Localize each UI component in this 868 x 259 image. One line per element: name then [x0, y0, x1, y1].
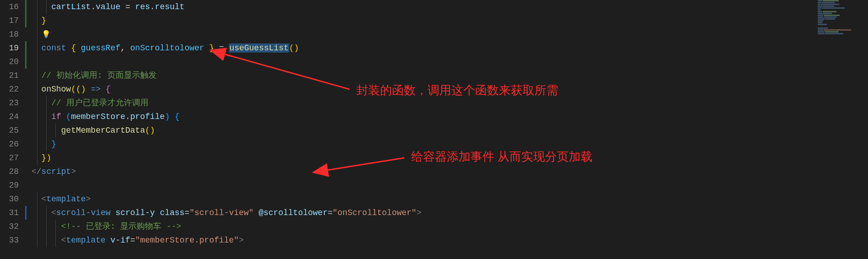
- code-line: const { guessRef, onScrolltolower } = us…: [32, 41, 868, 55]
- line-number: 20: [0, 55, 19, 69]
- line-number: 29: [0, 178, 19, 192]
- line-number: 18: [0, 27, 19, 41]
- line-number: 33: [0, 233, 19, 247]
- line-number: 27: [0, 151, 19, 165]
- code-line: 💡: [32, 27, 868, 41]
- code-line: }: [32, 14, 868, 27]
- code-line: </script>: [32, 165, 868, 178]
- line-number: 16: [0, 0, 19, 14]
- modified-indicator-bar: [25, 0, 29, 259]
- line-number: 28: [0, 165, 19, 178]
- code-line: [32, 55, 868, 69]
- line-number: 30: [0, 192, 19, 206]
- code-editor[interactable]: 16 17 18 19 20 21 22 23 24 25 26 27 28 2…: [0, 0, 868, 259]
- line-number: 26: [0, 137, 19, 151]
- line-number: 23: [0, 96, 19, 110]
- line-number-gutter: 16 17 18 19 20 21 22 23 24 25 26 27 28 2…: [0, 0, 25, 259]
- code-line: }): [32, 151, 868, 165]
- code-line: <template v-if="memberStore.profile">: [32, 233, 868, 247]
- code-line: // 初始化调用: 页面显示触发: [32, 69, 868, 82]
- selected-text: useGuessList: [229, 43, 289, 53]
- line-number: 32: [0, 220, 19, 233]
- code-line: [32, 178, 868, 192]
- line-number: 31: [0, 206, 19, 220]
- code-line: if (memberStore.profile) {: [32, 110, 868, 124]
- line-number: 21: [0, 69, 19, 82]
- line-number-active: 19: [0, 41, 19, 55]
- line-number: 24: [0, 110, 19, 124]
- code-line: }: [32, 137, 868, 151]
- minimap[interactable]: [818, 0, 861, 259]
- code-line: // 用户已登录才允许调用: [32, 96, 868, 110]
- line-number: 17: [0, 14, 19, 27]
- code-line: cartList.value = res.result: [32, 0, 868, 14]
- code-line: onShow(() => {: [32, 82, 868, 96]
- lightbulb-icon[interactable]: 💡: [42, 28, 51, 42]
- line-number: 25: [0, 124, 19, 137]
- code-line: <scroll-view scroll-y class="scroll-view…: [32, 206, 868, 220]
- code-line: <template>: [32, 192, 868, 206]
- line-number: 22: [0, 82, 19, 96]
- code-area[interactable]: cartList.value = res.result } 💡 const { …: [29, 0, 868, 259]
- code-line: getMemberCartData(): [32, 124, 868, 137]
- vertical-scrollbar[interactable]: [862, 0, 868, 259]
- code-line: <!-- 已登录: 显示购物车 -->: [32, 220, 868, 233]
